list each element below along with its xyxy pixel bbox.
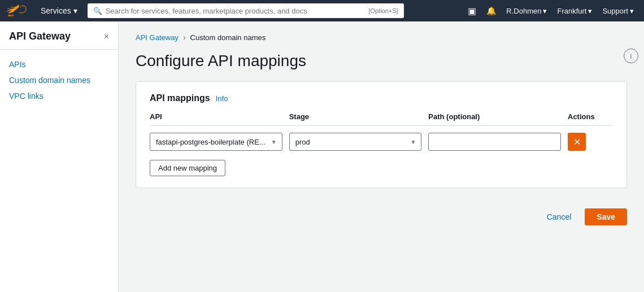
- breadcrumb-current: Custom domain names: [190, 33, 266, 42]
- path-input[interactable]: [428, 133, 561, 151]
- stage-select[interactable]: prod: [289, 133, 422, 151]
- breadcrumb-root-link[interactable]: API Gateway: [136, 33, 179, 42]
- support-menu-button[interactable]: Support ▾: [599, 6, 637, 16]
- bell-icon[interactable]: 🔔: [483, 5, 499, 16]
- user-label: R.Dohmen: [506, 7, 541, 15]
- save-button[interactable]: Save: [585, 208, 627, 225]
- main-content: API Gateway › Custom domain names Config…: [119, 21, 644, 292]
- services-label: Services: [41, 6, 71, 15]
- col-header-path: Path (optional): [428, 112, 561, 121]
- card-header: API mappings Info: [150, 93, 613, 103]
- services-chevron-icon: ▾: [73, 6, 77, 15]
- svg-text:aws: aws: [8, 14, 14, 17]
- sidebar-close-button[interactable]: ×: [104, 32, 109, 41]
- services-button[interactable]: Services ▾: [36, 4, 82, 18]
- col-header-api: API: [150, 112, 282, 121]
- api-select-wrapper: fastapi-postgres-boilerplate (RE... ▼: [150, 133, 282, 151]
- table-row: fastapi-postgres-boilerplate (RE... ▼ pr…: [150, 133, 613, 151]
- nav-right: ▣ 🔔 R.Dohmen ▾ Frankfurt ▾ Support ▾: [464, 5, 637, 18]
- sidebar-title: API Gateway: [9, 30, 71, 42]
- search-shortcut: [Option+S]: [368, 7, 398, 14]
- region-menu-button[interactable]: Frankfurt ▾: [554, 6, 595, 16]
- sidebar-nav: APIs Custom domain names VPC links: [0, 50, 118, 111]
- help-icon[interactable]: i: [624, 49, 638, 63]
- region-label: Frankfurt: [557, 7, 586, 15]
- breadcrumb-separator: ›: [183, 33, 186, 42]
- api-select[interactable]: fastapi-postgres-boilerplate (RE...: [150, 133, 282, 151]
- sidebar: API Gateway × APIs Custom domain names V…: [0, 21, 119, 292]
- search-input[interactable]: [106, 7, 365, 15]
- search-icon: 🔍: [93, 7, 102, 15]
- aws-logo[interactable]: aws: [7, 4, 28, 18]
- user-menu-button[interactable]: R.Dohmen ▾: [503, 6, 550, 16]
- col-header-actions: Actions: [568, 112, 613, 121]
- region-chevron-icon: ▾: [588, 7, 592, 15]
- top-navigation: aws Services ▾ 🔍 [Option+S] ▣ 🔔 R.Dohmen…: [0, 0, 644, 21]
- api-mappings-card: API mappings Info API Stage Path (option…: [136, 81, 627, 188]
- info-circle-icon: i: [630, 52, 632, 60]
- card-title: API mappings: [150, 93, 210, 103]
- user-chevron-icon: ▾: [543, 7, 547, 15]
- delete-icon: ✕: [573, 137, 581, 147]
- table-header: API Stage Path (optional) Actions: [150, 112, 613, 126]
- sidebar-item-apis[interactable]: APIs: [0, 56, 118, 72]
- stage-select-wrapper: prod ▼: [289, 133, 422, 151]
- breadcrumb: API Gateway › Custom domain names: [136, 33, 627, 42]
- terminal-icon[interactable]: ▣: [464, 5, 480, 18]
- layout: API Gateway × APIs Custom domain names V…: [0, 21, 644, 292]
- add-new-mapping-button[interactable]: Add new mapping: [150, 160, 225, 176]
- search-bar[interactable]: 🔍 [Option+S]: [88, 3, 404, 18]
- delete-mapping-button[interactable]: ✕: [568, 133, 586, 151]
- sidebar-header: API Gateway ×: [0, 21, 118, 50]
- page-title: Configure API mappings: [136, 52, 627, 70]
- cancel-button[interactable]: Cancel: [540, 209, 578, 225]
- mapping-table: API Stage Path (optional) Actions fastap…: [150, 112, 613, 176]
- support-label: Support: [602, 7, 628, 15]
- footer-actions: Cancel Save: [136, 199, 627, 228]
- sidebar-item-custom-domain-names[interactable]: Custom domain names: [0, 72, 118, 88]
- info-link[interactable]: Info: [216, 94, 228, 103]
- col-header-stage: Stage: [289, 112, 422, 121]
- support-chevron-icon: ▾: [630, 7, 634, 15]
- sidebar-item-vpc-links[interactable]: VPC links: [0, 88, 118, 104]
